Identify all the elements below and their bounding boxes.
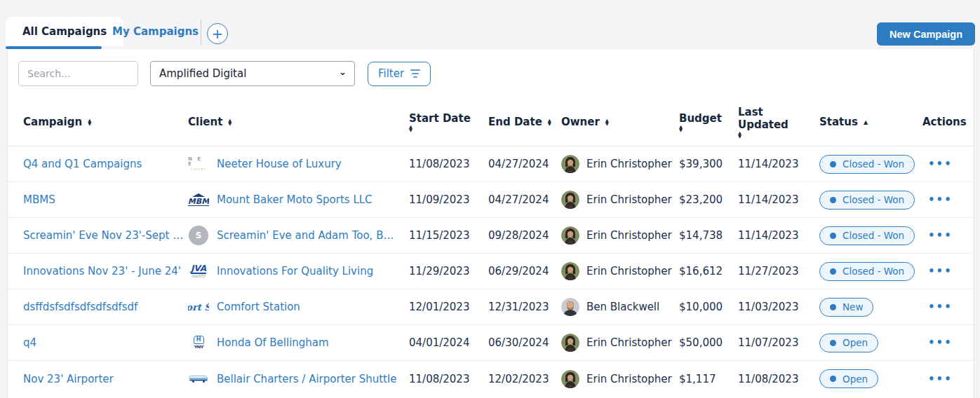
status-badge[interactable]: Closed - Won bbox=[819, 262, 915, 281]
column-header-budget[interactable]: Budget▲▼ bbox=[679, 112, 738, 132]
column-header-campaign[interactable]: Campaign▲▼ bbox=[23, 116, 188, 128]
plus-icon: + bbox=[212, 27, 224, 41]
sort-icon[interactable]: ▲▼ bbox=[548, 119, 551, 127]
client-cell: N E ELUXURY Neeter House of Luxury bbox=[188, 153, 409, 175]
owner-name: Erin Christopher bbox=[586, 373, 679, 385]
sort-icon[interactable]: ▲▼ bbox=[409, 125, 412, 133]
status-label: Closed - Won bbox=[843, 194, 904, 205]
client-logo-nee: N E ELUXURY bbox=[188, 153, 209, 175]
client-link[interactable]: Honda Of Bellingham bbox=[217, 336, 329, 349]
budget: $10,000 bbox=[679, 301, 738, 313]
client-filter-select[interactable]: Amplified Digital bbox=[150, 61, 355, 86]
owner-name: Erin Christopher bbox=[586, 229, 679, 242]
owner-avatar bbox=[561, 298, 579, 316]
last-updated: 11/08/2023 bbox=[738, 373, 819, 385]
client-link[interactable]: Mount Baker Moto Sports LLC bbox=[217, 193, 372, 206]
campaign-link[interactable]: Nov 23' Airporter bbox=[23, 373, 188, 385]
client-cell: JVAuality Innovations For Quality Living bbox=[188, 260, 409, 282]
last-updated: 11/27/2023 bbox=[738, 265, 819, 277]
owner-cell: Erin Christopher bbox=[561, 155, 679, 173]
sort-icon[interactable]: ▲▼ bbox=[679, 125, 683, 133]
status-badge[interactable]: Closed - Won bbox=[819, 155, 915, 174]
row-actions-button[interactable]: ••• bbox=[922, 373, 974, 385]
owner-cell: Erin Christopher bbox=[561, 334, 679, 352]
campaign-link[interactable]: MBMS bbox=[23, 193, 188, 206]
filter-lines-icon bbox=[410, 69, 420, 78]
column-header-label: Client bbox=[188, 116, 222, 128]
row-actions-button[interactable]: ••• bbox=[922, 158, 974, 170]
sort-icon[interactable]: ▲▼ bbox=[228, 119, 231, 127]
status-badge[interactable]: Closed - Won bbox=[819, 226, 915, 245]
owner-name: Ben Blackwell bbox=[586, 301, 666, 313]
client-logo-honda: HYNY bbox=[188, 331, 209, 354]
column-header-label: Budget bbox=[679, 112, 722, 125]
campaign-link[interactable]: Innovations Nov 23' - June 24' bbox=[23, 265, 188, 277]
end-date: 06/30/2024 bbox=[488, 336, 561, 349]
table-row[interactable]: Q4 and Q1 Campaigns N E ELUXURY Neeter H… bbox=[8, 146, 974, 182]
client-logo-mbm: MBM bbox=[188, 188, 209, 211]
status-badge[interactable]: Open bbox=[819, 334, 878, 352]
column-header-end-date[interactable]: End Date▲▼ bbox=[488, 116, 561, 128]
campaign-link[interactable]: Q4 and Q1 Campaigns bbox=[23, 158, 188, 170]
column-header-owner[interactable]: Owner▲▼ bbox=[561, 116, 679, 128]
end-date: 04/27/2024 bbox=[488, 158, 561, 170]
client-link[interactable]: Screamin' Eve and Adam Too, Braz… bbox=[217, 229, 398, 242]
row-actions-button[interactable]: ••• bbox=[922, 193, 974, 206]
table-row[interactable]: Innovations Nov 23' - June 24' JVAuality… bbox=[8, 254, 974, 289]
start-date: 11/08/2023 bbox=[409, 158, 488, 170]
status-cell: Open bbox=[819, 334, 922, 352]
tab-my-campaigns-label: My Campaigns bbox=[112, 25, 199, 38]
sort-icon[interactable]: ▲▼ bbox=[738, 132, 741, 139]
column-header-label: Campaign bbox=[23, 116, 82, 128]
row-actions-button[interactable]: ••• bbox=[922, 301, 974, 313]
status-cell: Closed - Won bbox=[819, 191, 922, 210]
campaign-link[interactable]: q4 bbox=[23, 336, 188, 349]
client-link[interactable]: Bellair Charters / Airporter Shuttle bbox=[217, 373, 396, 385]
table-row[interactable]: Nov 23' Airporter Bellair Charters / Air… bbox=[8, 361, 974, 397]
status-badge[interactable]: Open bbox=[819, 369, 878, 388]
new-campaign-button[interactable]: New Campaign bbox=[877, 22, 975, 46]
status-badge[interactable]: Closed - Won bbox=[819, 191, 915, 210]
table-row[interactable]: MBMS MBM Mount Baker Moto Sports LLC 11/… bbox=[8, 182, 974, 218]
sort-asc-icon[interactable]: ▲ bbox=[864, 119, 868, 125]
campaign-link[interactable]: dsffdsfsdfsdfsdfsdfsdf bbox=[23, 301, 188, 313]
campaign-link[interactable]: Screamin' Eve Nov 23'-Sept 24" bbox=[23, 229, 188, 242]
end-date: 04/27/2024 bbox=[488, 193, 561, 206]
add-tab-button[interactable]: + bbox=[207, 23, 228, 44]
owner-cell: Ben Blackwell bbox=[561, 298, 679, 316]
status-dot-icon bbox=[830, 161, 836, 167]
sort-icon[interactable]: ▲▼ bbox=[605, 119, 609, 127]
search-input[interactable] bbox=[18, 61, 138, 86]
last-updated: 11/14/2023 bbox=[738, 158, 819, 170]
tab-all-campaigns[interactable]: All Campaigns bbox=[6, 17, 123, 46]
column-header-label: Start Date bbox=[409, 112, 471, 125]
start-date: 11/29/2023 bbox=[409, 265, 488, 277]
column-header-last-updated[interactable]: Last Updated▲▼ bbox=[738, 106, 819, 139]
row-actions-button[interactable]: ••• bbox=[922, 229, 974, 242]
client-cell: MBM Mount Baker Moto Sports LLC bbox=[188, 188, 409, 211]
budget: $1,117 bbox=[679, 373, 738, 385]
client-logo-jva: JVAuality bbox=[188, 260, 209, 282]
sort-icon[interactable]: ▲▼ bbox=[88, 119, 91, 127]
column-header-actions: Actions bbox=[922, 116, 976, 128]
owner-avatar bbox=[561, 262, 579, 280]
table-row[interactable]: Screamin' Eve Nov 23'-Sept 24" S Screami… bbox=[8, 218, 974, 254]
client-link[interactable]: Neeter House of Luxury bbox=[217, 158, 342, 170]
column-header-status[interactable]: Status▲ bbox=[819, 116, 922, 128]
row-actions-button[interactable]: ••• bbox=[922, 265, 974, 277]
table-row[interactable]: dsffdsfsdfsdfsdfsdfsdf ort S Comfort Sta… bbox=[8, 289, 974, 325]
column-header-start-date[interactable]: Start Date▲▼ bbox=[409, 112, 488, 132]
status-badge[interactable]: New bbox=[819, 298, 873, 317]
start-date: 11/09/2023 bbox=[409, 193, 488, 206]
table-row[interactable]: q4 HYNY Honda Of Bellingham 04/01/2024 0… bbox=[8, 325, 974, 361]
client-link[interactable]: Innovations For Quality Living bbox=[217, 265, 373, 277]
status-label: New bbox=[843, 301, 863, 313]
row-actions-button[interactable]: ••• bbox=[922, 336, 974, 349]
client-cell: HYNY Honda Of Bellingham bbox=[188, 331, 409, 354]
status-dot-icon bbox=[830, 376, 836, 382]
filter-button[interactable]: Filter bbox=[368, 62, 431, 86]
last-updated: 11/14/2023 bbox=[738, 229, 819, 242]
column-header-client[interactable]: Client▲▼ bbox=[188, 116, 409, 128]
tab-my-campaigns[interactable]: My Campaigns bbox=[112, 17, 199, 46]
client-link[interactable]: Comfort Station bbox=[217, 301, 300, 313]
